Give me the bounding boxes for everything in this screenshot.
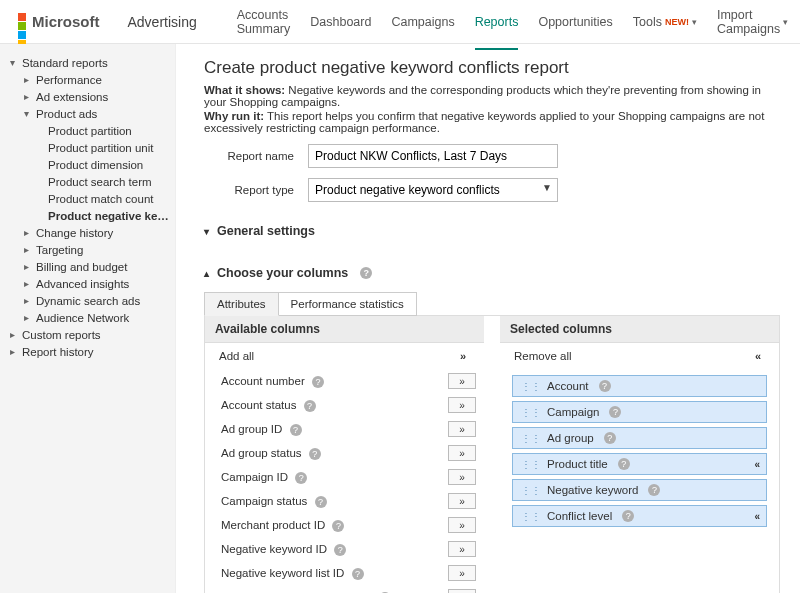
nav-reports[interactable]: Reports [475, 0, 519, 50]
tree-item[interactable]: Product negative keywo… [10, 207, 169, 224]
column-label: Ad group [547, 432, 594, 444]
selected-column-item[interactable]: ⋮⋮Ad group ? [512, 427, 767, 449]
column-label: Negative keyword ID ? [221, 543, 346, 556]
report-type-select[interactable]: ▼ [308, 178, 558, 202]
nav-accounts-summary[interactable]: Accounts Summary [237, 0, 290, 50]
tab-performance-statistics[interactable]: Performance statistics [279, 292, 417, 316]
help-icon[interactable]: ? [334, 544, 346, 556]
columns-panel: Available columns Add all » Account numb… [204, 315, 780, 593]
help-icon[interactable]: ? [309, 448, 321, 460]
nav-label: Reports [475, 15, 519, 29]
tree-item[interactable]: Standard reports [10, 54, 169, 71]
add-column-button[interactable]: » [448, 373, 476, 389]
selected-column-item[interactable]: ⋮⋮Product title ?« [512, 453, 767, 475]
nav-dashboard[interactable]: Dashboard [310, 0, 371, 50]
add-column-button[interactable]: » [448, 541, 476, 557]
add-column-button[interactable]: » [448, 517, 476, 533]
microsoft-logo-icon [18, 13, 26, 31]
remove-column-button[interactable]: « [754, 459, 758, 470]
selected-columns-list[interactable]: ⋮⋮Account ?⋮⋮Campaign ?⋮⋮Ad group ?⋮⋮Pro… [500, 369, 779, 537]
remove-column-button[interactable]: « [754, 511, 758, 522]
general-settings-toggle[interactable]: ▾ General settings [204, 224, 780, 244]
add-column-button[interactable]: » [448, 397, 476, 413]
add-column-button[interactable]: » [448, 445, 476, 461]
add-all-label: Add all [219, 350, 254, 362]
help-icon[interactable]: ? [295, 472, 307, 484]
nav-import-campaigns[interactable]: Import Campaigns▾ [717, 0, 788, 50]
tree-item[interactable]: Billing and budget [10, 258, 169, 275]
section-title: General settings [217, 224, 315, 238]
selected-column-item[interactable]: ⋮⋮Account ? [512, 375, 767, 397]
tree-item[interactable]: Report history [10, 343, 169, 360]
chevron-down-icon: ▾ [692, 17, 697, 27]
nav-label: Campaigns [391, 15, 454, 29]
report-type-value[interactable] [308, 178, 558, 202]
help-icon[interactable]: ? [290, 424, 302, 436]
tree-item[interactable]: Product partition [10, 122, 169, 139]
help-icon[interactable]: ? [609, 406, 621, 418]
page-title: Create product negative keyword conflict… [204, 58, 780, 78]
add-column-button[interactable]: » [448, 469, 476, 485]
available-columns-list[interactable]: Account number ?»Account status ?»Ad gro… [205, 369, 484, 593]
tree-item[interactable]: Change history [10, 224, 169, 241]
add-column-button[interactable]: » [448, 589, 476, 593]
report-name-label: Report name [204, 150, 294, 162]
add-column-button[interactable]: » [448, 493, 476, 509]
nav-label: Tools [633, 15, 662, 29]
column-label: Ad group status ? [221, 447, 321, 460]
add-column-button[interactable]: » [448, 421, 476, 437]
remove-all-button[interactable]: Remove all « [500, 343, 779, 369]
selected-column-item[interactable]: ⋮⋮Negative keyword ? [512, 479, 767, 501]
tree-item[interactable]: Targeting [10, 241, 169, 258]
drag-handle-icon[interactable]: ⋮⋮ [521, 381, 541, 392]
available-column-item: Campaign ID ?» [219, 465, 478, 489]
chevron-down-icon: ▾ [204, 226, 209, 237]
tree-item[interactable]: Dynamic search ads [10, 292, 169, 309]
help-icon[interactable]: ? [315, 496, 327, 508]
column-label: Campaign ID ? [221, 471, 307, 484]
help-icon[interactable]: ? [622, 510, 634, 522]
drag-handle-icon[interactable]: ⋮⋮ [521, 433, 541, 444]
column-label: Conflict level [547, 510, 612, 522]
help-icon[interactable]: ? [648, 484, 660, 496]
help-icon[interactable]: ? [360, 267, 372, 279]
drag-handle-icon[interactable]: ⋮⋮ [521, 459, 541, 470]
tree-item[interactable]: Audience Network [10, 309, 169, 326]
available-columns-pane: Available columns Add all » Account numb… [205, 316, 484, 593]
help-icon[interactable]: ? [352, 568, 364, 580]
tree-item[interactable]: Product dimension [10, 156, 169, 173]
tree-item[interactable]: Performance [10, 71, 169, 88]
tab-attributes[interactable]: Attributes [204, 292, 279, 316]
add-column-button[interactable]: » [448, 565, 476, 581]
tree-item[interactable]: Product search term [10, 173, 169, 190]
nav-campaigns[interactable]: Campaigns [391, 0, 454, 50]
drag-handle-icon[interactable]: ⋮⋮ [521, 485, 541, 496]
tree-item[interactable]: Ad extensions [10, 88, 169, 105]
choose-columns-toggle[interactable]: ▴ Choose your columns ? [204, 266, 780, 286]
help-icon[interactable]: ? [618, 458, 630, 470]
help-icon[interactable]: ? [312, 376, 324, 388]
chevron-down-icon: ▾ [783, 17, 788, 27]
tree-item[interactable]: Advanced insights [10, 275, 169, 292]
available-column-item: Negative keyword list ID ?» [219, 561, 478, 585]
help-icon[interactable]: ? [304, 400, 316, 412]
tree-item[interactable]: Custom reports [10, 326, 169, 343]
nav-opportunities[interactable]: Opportunities [538, 0, 612, 50]
drag-handle-icon[interactable]: ⋮⋮ [521, 511, 541, 522]
help-icon[interactable]: ? [604, 432, 616, 444]
column-label: Account [547, 380, 589, 392]
nav-tools[interactable]: ToolsNEW!▾ [633, 0, 697, 50]
column-label: Account number ? [221, 375, 324, 388]
selected-column-item[interactable]: ⋮⋮Conflict level ?« [512, 505, 767, 527]
drag-handle-icon[interactable]: ⋮⋮ [521, 407, 541, 418]
help-icon[interactable]: ? [599, 380, 611, 392]
tree-item[interactable]: Product ads [10, 105, 169, 122]
tree-item[interactable]: Product partition unit [10, 139, 169, 156]
section-title: Choose your columns [217, 266, 348, 280]
add-all-button[interactable]: Add all » [205, 343, 484, 369]
help-icon[interactable]: ? [332, 520, 344, 532]
report-name-input[interactable] [308, 144, 558, 168]
tree-item[interactable]: Product match count [10, 190, 169, 207]
selected-column-item[interactable]: ⋮⋮Campaign ? [512, 401, 767, 423]
chevron-right-double-icon: » [460, 350, 464, 362]
